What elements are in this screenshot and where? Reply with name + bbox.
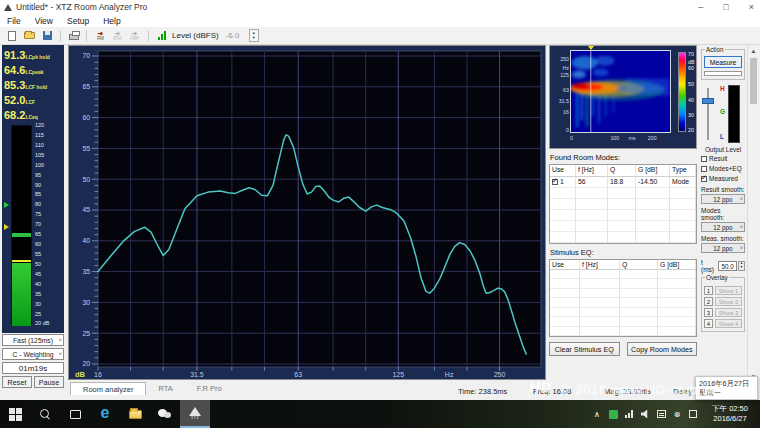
- toolbar: ➜RM➜RTA➜FRP Level (dBFS) -6.0 ▲▼: [0, 27, 760, 45]
- wechat-taskbar-button[interactable]: [150, 400, 180, 428]
- checkbox[interactable]: [701, 156, 707, 162]
- checkbox-row[interactable]: Result: [701, 154, 745, 163]
- overlay-show-button[interactable]: Show 4: [715, 319, 742, 328]
- table-row[interactable]: [550, 199, 696, 210]
- chat-bubbles-icon: [158, 409, 172, 420]
- menu-item[interactable]: View: [28, 16, 60, 26]
- overlay-show-button[interactable]: Show 3: [715, 308, 742, 317]
- menu-item[interactable]: Help: [96, 16, 127, 26]
- tray-green-app-icon[interactable]: [608, 408, 618, 420]
- action-center-icon[interactable]: ⊗: [672, 408, 682, 420]
- reset-button[interactable]: Reset: [2, 376, 32, 388]
- search-button[interactable]: [30, 400, 60, 428]
- taskbar-clock[interactable]: 下午 02:50 2016/6/27: [704, 404, 756, 424]
- meter-scale-label: 55: [35, 252, 63, 258]
- elapsed-time-display: 01m19s: [2, 362, 64, 374]
- table-row[interactable]: [550, 188, 696, 199]
- measure-button[interactable]: Measure: [704, 56, 742, 68]
- table-row[interactable]: [550, 308, 696, 318]
- volume-icon[interactable]: [640, 408, 650, 420]
- print-button[interactable]: [66, 29, 81, 43]
- pause-button[interactable]: Pause: [34, 376, 64, 388]
- spectrogram-image[interactable]: [570, 50, 671, 133]
- caption-buttons: – □ ×: [698, 0, 754, 14]
- minimize-button[interactable]: –: [698, 0, 703, 14]
- edge-taskbar-button[interactable]: e: [90, 400, 120, 428]
- stimulus-eq-title: Stimulus EQ:: [550, 248, 697, 257]
- menu-item[interactable]: File: [0, 16, 28, 26]
- output-level-slider-handle[interactable]: [702, 98, 714, 104]
- checkbox[interactable]: [701, 166, 707, 172]
- output-level-slider-track[interactable]: [707, 88, 709, 140]
- table-row[interactable]: [550, 289, 696, 299]
- tab[interactable]: RTA: [146, 382, 184, 395]
- save-button[interactable]: [40, 29, 55, 43]
- smooth-select[interactable]: 12 ppo˅: [701, 243, 745, 253]
- mode-button[interactable]: ➜RM: [92, 28, 109, 43]
- chart-canvas: 20253035404550556065701631.563125Hz250dB: [69, 46, 545, 379]
- meter-scale-label: 25: [35, 312, 63, 318]
- t-spinner[interactable]: ▲▼: [738, 261, 745, 271]
- task-view-button[interactable]: [60, 400, 90, 428]
- tray-expand-chevron-icon[interactable]: ∧: [592, 408, 602, 420]
- column-header: G [dB]: [636, 165, 670, 177]
- table-row[interactable]: [550, 221, 696, 232]
- maximize-button[interactable]: □: [723, 0, 728, 14]
- weighting-select[interactable]: C - Weighting˅: [2, 348, 64, 360]
- notes-icon[interactable]: [656, 408, 666, 420]
- ime-indicator-icon[interactable]: [688, 408, 698, 420]
- mode-button[interactable]: ➜RTA: [109, 28, 126, 43]
- time-marker-icon[interactable]: [588, 46, 594, 50]
- overlay-number-button[interactable]: 3: [704, 308, 713, 317]
- table-row[interactable]: [550, 270, 696, 280]
- clear-stimulus-eq-button[interactable]: Clear Stimulus EQ: [549, 342, 620, 356]
- scroll-up-icon[interactable]: ▲: [748, 45, 759, 56]
- menu-item[interactable]: Setup: [60, 16, 96, 26]
- copy-room-modes-button[interactable]: Copy Room Modes: [627, 342, 698, 356]
- speed-select[interactable]: Fast (125ms)˅: [2, 334, 64, 346]
- open-file-button[interactable]: [22, 29, 37, 43]
- overlay-show-button[interactable]: Show 1: [715, 286, 742, 295]
- checkbox-row[interactable]: Modes+EQ: [701, 164, 745, 173]
- spinner-down-icon[interactable]: ▼: [252, 36, 256, 40]
- checkbox[interactable]: [701, 176, 707, 182]
- table-row[interactable]: [550, 232, 696, 243]
- tab[interactable]: F.R Pro: [185, 382, 234, 395]
- use-checkbox[interactable]: [552, 179, 558, 185]
- meter-scale-label: 60: [35, 242, 63, 248]
- stimulus-eq-table: Usef [Hz]QG [dB]: [549, 259, 697, 337]
- spinner-down-icon[interactable]: ▼: [740, 266, 743, 270]
- overlay-number-button[interactable]: 1: [704, 286, 713, 295]
- frequency-response-chart[interactable]: 20253035404550556065701631.563125Hz250dB: [68, 45, 546, 380]
- svg-text:55: 55: [82, 145, 90, 152]
- network-icon[interactable]: [624, 408, 634, 420]
- overlay-number-button[interactable]: 2: [704, 297, 713, 306]
- close-button[interactable]: ×: [749, 0, 754, 14]
- stimulus-eq-header: Usef [Hz]QG [dB]: [550, 260, 696, 270]
- table-row[interactable]: [550, 298, 696, 308]
- level-value[interactable]: -6.0: [226, 31, 246, 40]
- table-row[interactable]: [550, 279, 696, 289]
- mode-button[interactable]: ➜FRP: [126, 28, 143, 43]
- table-row[interactable]: [550, 327, 696, 337]
- level-spinner[interactable]: ▲▼: [249, 29, 259, 42]
- tab[interactable]: Room analyzer: [70, 382, 146, 395]
- table-row[interactable]: 15618.8-14.50Mode: [550, 177, 696, 188]
- t-value-field[interactable]: 50.0: [718, 261, 737, 271]
- smooth-select[interactable]: 12 ppo˅: [701, 222, 745, 232]
- time-window-row: t (ms) 50.0 ▲▼: [701, 259, 745, 273]
- file-explorer-button[interactable]: [120, 400, 150, 428]
- overlay-show-button[interactable]: Show 2: [715, 297, 742, 306]
- checkbox-row[interactable]: Measured: [701, 174, 745, 183]
- new-file-button[interactable]: [4, 29, 19, 43]
- xtz-taskbar-button-active[interactable]: XTZ: [180, 400, 210, 428]
- smooth-select[interactable]: 12 ppo˅: [701, 194, 745, 204]
- table-row[interactable]: [550, 317, 696, 327]
- table-row[interactable]: [550, 210, 696, 221]
- overlay-number-button[interactable]: 4: [704, 319, 713, 328]
- start-button[interactable]: [0, 400, 30, 428]
- vertical-scrollbar[interactable]: ▲ ▼: [747, 45, 758, 382]
- column-header: f [Hz]: [580, 260, 620, 270]
- scrollbar-thumb[interactable]: [750, 58, 757, 104]
- column-header: Q: [620, 260, 658, 270]
